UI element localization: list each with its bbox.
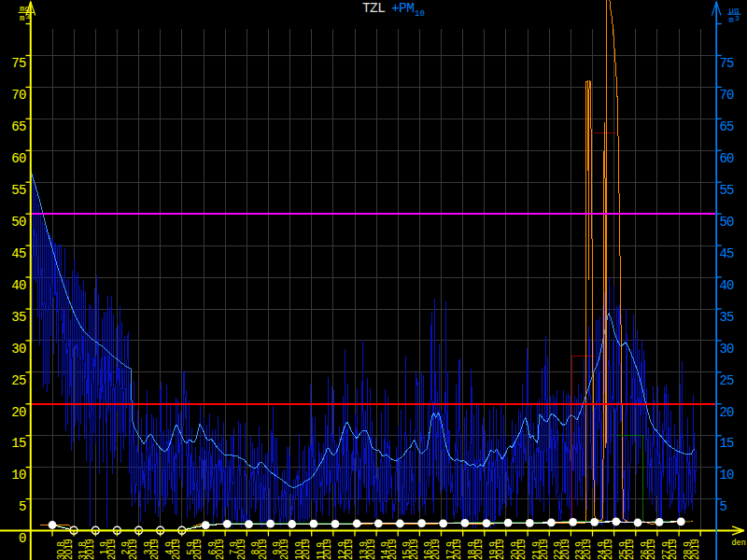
svg-text:2019: 2019 (236, 539, 247, 560)
svg-text:2019: 2019 (560, 539, 571, 560)
svg-text:65: 65 (11, 119, 26, 134)
svg-text:2019: 2019 (409, 539, 419, 560)
svg-text:2019: 2019 (106, 539, 117, 560)
svg-text:2019: 2019 (646, 539, 656, 560)
svg-text:60: 60 (11, 151, 26, 166)
svg-text:15: 15 (720, 436, 735, 451)
svg-text:+PM: +PM (391, 1, 414, 16)
svg-text:50: 50 (720, 215, 735, 230)
svg-text:2019: 2019 (495, 539, 505, 560)
svg-text:30: 30 (720, 342, 735, 357)
svg-text:m: m (729, 16, 734, 25)
svg-text:2019: 2019 (539, 539, 549, 560)
svg-text:65: 65 (720, 119, 735, 134)
svg-text:2019: 2019 (149, 539, 160, 560)
svg-text:2019: 2019 (128, 539, 138, 560)
svg-text:2019: 2019 (171, 539, 181, 560)
svg-text:35: 35 (11, 310, 26, 325)
svg-text:15: 15 (11, 436, 26, 451)
svg-text:2019: 2019 (603, 539, 613, 560)
svg-text:40: 40 (720, 278, 735, 293)
svg-text:2019: 2019 (452, 539, 462, 560)
svg-text:2019: 2019 (516, 539, 527, 560)
svg-text:25: 25 (11, 373, 26, 388)
svg-text:3: 3 (735, 14, 740, 22)
svg-text:2019: 2019 (473, 539, 484, 560)
svg-text:2019: 2019 (690, 539, 700, 560)
svg-text:2019: 2019 (301, 539, 311, 560)
svg-text:2019: 2019 (388, 539, 398, 560)
svg-text:2019: 2019 (625, 539, 635, 560)
svg-text:2019: 2019 (344, 539, 354, 560)
svg-text:50: 50 (11, 215, 26, 230)
svg-text:2019: 2019 (430, 539, 441, 560)
svg-text:2019: 2019 (85, 539, 95, 560)
svg-text:75: 75 (720, 56, 735, 71)
svg-text:45: 45 (11, 246, 26, 261)
svg-text:20: 20 (11, 405, 26, 420)
svg-text:75: 75 (11, 56, 26, 71)
svg-text:5: 5 (720, 499, 727, 514)
svg-text:40: 40 (11, 278, 26, 293)
svg-text:10: 10 (415, 9, 425, 19)
svg-text:25: 25 (720, 373, 735, 388)
svg-text:2019: 2019 (63, 539, 74, 560)
svg-text:45: 45 (720, 246, 735, 261)
svg-text:2019: 2019 (215, 539, 225, 560)
svg-text:20: 20 (720, 405, 735, 420)
svg-text:2019: 2019 (279, 539, 289, 560)
svg-text:2019: 2019 (322, 539, 332, 560)
svg-text:70: 70 (11, 88, 26, 103)
svg-text:den: den (732, 539, 746, 548)
svg-text:2019: 2019 (258, 539, 268, 560)
svg-text:55: 55 (720, 183, 735, 198)
svg-text:2019: 2019 (582, 539, 592, 560)
svg-text:60: 60 (720, 151, 735, 166)
svg-text:70: 70 (720, 88, 735, 103)
svg-text:2019: 2019 (192, 539, 203, 560)
svg-text:10: 10 (720, 468, 735, 483)
svg-text:TZL: TZL (362, 1, 385, 16)
svg-text:3: 3 (26, 12, 31, 21)
svg-text:30: 30 (11, 342, 26, 357)
svg-text:5: 5 (19, 499, 26, 514)
svg-text:35: 35 (720, 310, 735, 325)
svg-text:m: m (20, 14, 24, 23)
svg-text:55: 55 (11, 183, 26, 198)
svg-text:10: 10 (11, 468, 26, 483)
svg-text:2019: 2019 (668, 539, 678, 560)
svg-text:0: 0 (19, 531, 26, 546)
svg-text:2019: 2019 (366, 539, 376, 560)
